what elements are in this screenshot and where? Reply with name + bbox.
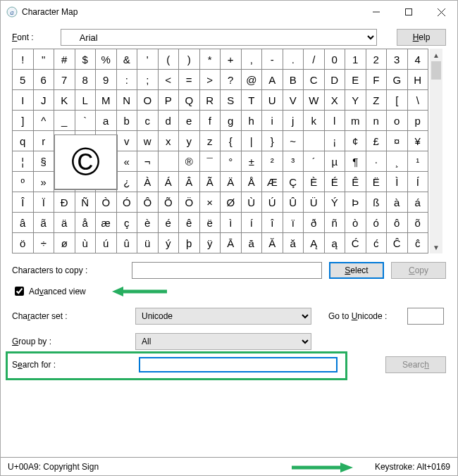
font-select[interactable]: Arial <box>61 29 377 46</box>
grid-cell[interactable]: O <box>137 90 159 111</box>
grid-cell[interactable]: X <box>325 90 346 111</box>
grid-cell[interactable]: ] <box>13 111 34 131</box>
groupby-select[interactable]: All <box>135 333 311 350</box>
grid-cell[interactable]: D <box>325 70 346 90</box>
grid-cell[interactable]: ì <box>221 213 242 233</box>
grid-cell[interactable]: Ĉ <box>387 233 408 253</box>
grid-cell[interactable]: > <box>200 70 221 90</box>
grid-cell[interactable]: b <box>117 111 138 131</box>
chars-to-copy-input[interactable] <box>132 262 322 279</box>
grid-cell[interactable]: ² <box>262 151 283 172</box>
grid-cell[interactable]: Ã <box>200 172 221 192</box>
grid-cell[interactable]: p <box>408 111 429 131</box>
grid-cell[interactable]: 0 <box>325 49 346 70</box>
grid-cell[interactable]: ø <box>54 233 75 253</box>
grid-cell[interactable]: [ <box>387 90 408 111</box>
grid-cell[interactable]: j <box>283 111 304 131</box>
grid-cell[interactable]: Æ <box>262 172 283 192</box>
grid-cell[interactable]: ¿ <box>117 172 138 192</box>
copy-button[interactable]: Copy <box>391 262 446 279</box>
grid-cell[interactable]: Ï <box>34 192 55 213</box>
grid-cell[interactable]: a <box>96 111 117 131</box>
grid-cell[interactable]: ´ <box>304 151 325 172</box>
grid-cell[interactable]: y <box>179 131 200 151</box>
grid-cell[interactable]: # <box>54 49 75 70</box>
grid-cell[interactable]: G <box>387 70 408 90</box>
grid-cell[interactable]: Í <box>408 172 429 192</box>
grid-cell[interactable]: × <box>200 192 221 213</box>
grid-cell[interactable]: À <box>137 172 159 192</box>
grid-cell[interactable]: ¤ <box>387 131 408 151</box>
grid-cell[interactable]: í <box>242 213 263 233</box>
minimize-button[interactable] <box>360 1 392 23</box>
grid-cell[interactable]: È <box>304 172 325 192</box>
maximize-button[interactable] <box>392 1 425 23</box>
grid-cell[interactable]: 8 <box>75 70 97 90</box>
grid-cell[interactable]: Ø <box>221 192 242 213</box>
grid-cell[interactable]: Ü <box>304 192 325 213</box>
grid-cell[interactable]: ý <box>159 233 180 253</box>
grid-cell[interactable]: i <box>262 111 283 131</box>
grid-cell[interactable]: Ā <box>221 233 242 253</box>
grid-cell[interactable]: I <box>13 90 34 111</box>
grid-cell[interactable]: ü <box>137 233 159 253</box>
grid-cell[interactable]: ï <box>283 213 304 233</box>
grid-cell[interactable]: Õ <box>159 192 180 213</box>
grid-cell[interactable]: J <box>34 90 55 111</box>
grid-cell[interactable]: ¥ <box>408 131 429 151</box>
grid-cell[interactable]: ® <box>179 151 200 172</box>
help-button[interactable]: Help <box>397 29 446 46</box>
grid-cell[interactable]: ¢ <box>345 131 366 151</box>
grid-cell[interactable]: é <box>159 213 180 233</box>
grid-cell[interactable]: Þ <box>345 192 366 213</box>
grid-cell[interactable]: â <box>13 213 34 233</box>
grid-cell[interactable]: ¹ <box>408 151 429 172</box>
grid-cell[interactable]: l <box>325 111 346 131</box>
search-input[interactable] <box>139 357 338 372</box>
grid-cell[interactable]: ą <box>325 233 346 253</box>
grid-cell[interactable]: N <box>117 90 138 111</box>
grid-cell[interactable]: å <box>75 213 97 233</box>
grid-cell[interactable]: Ú <box>262 192 283 213</box>
grid-cell[interactable]: H <box>408 70 429 90</box>
scroll-thumb[interactable] <box>431 61 441 80</box>
grid-cell[interactable] <box>304 131 325 151</box>
grid-cell[interactable]: f <box>200 111 221 131</box>
grid-cell[interactable]: _ <box>54 111 75 131</box>
grid-cell[interactable]: } <box>262 131 283 151</box>
grid-cell[interactable]: ` <box>75 111 97 131</box>
grid-cell[interactable]: É <box>325 172 346 192</box>
grid-cell[interactable]: þ <box>179 233 200 253</box>
grid-cell[interactable]: ç <box>117 213 138 233</box>
grid-cell[interactable]: Ă <box>262 233 283 253</box>
grid-cell[interactable]: Á <box>159 172 180 192</box>
grid-cell[interactable]: ó <box>366 213 388 233</box>
select-button[interactable]: Select <box>329 262 384 279</box>
grid-cell[interactable]: ă <box>283 233 304 253</box>
grid-cell[interactable]: % <box>96 49 117 70</box>
grid-cell[interactable]: ¦ <box>13 151 34 172</box>
grid-cell[interactable]: ö <box>13 233 34 253</box>
grid-cell[interactable]: « <box>117 151 138 172</box>
grid-cell[interactable]: · <box>366 151 388 172</box>
grid-cell[interactable]: Y <box>345 90 366 111</box>
grid-cell[interactable]: x <box>159 131 180 151</box>
grid-cell[interactable]: ¸ <box>387 151 408 172</box>
grid-cell[interactable]: û <box>117 233 138 253</box>
grid-cell[interactable]: c <box>137 111 159 131</box>
grid-cell[interactable]: Ą <box>304 233 325 253</box>
grid-cell[interactable]: $ <box>75 49 97 70</box>
grid-cell[interactable]: < <box>159 70 180 90</box>
grid-cell[interactable]: Ä <box>221 172 242 192</box>
grid-cell[interactable]: k <box>304 111 325 131</box>
grid-cell[interactable]: h <box>242 111 263 131</box>
grid-cell[interactable]: Û <box>283 192 304 213</box>
grid-cell[interactable]: 1 <box>345 49 366 70</box>
grid-cell[interactable]: g <box>221 111 242 131</box>
grid-cell[interactable]: | <box>242 131 263 151</box>
grid-cell[interactable]: Ò <box>96 192 117 213</box>
grid-cell[interactable]: ¶ <box>345 151 366 172</box>
grid-cell[interactable]: M <box>96 90 117 111</box>
grid-cell[interactable]: C <box>304 70 325 90</box>
grid-cell[interactable]: à <box>387 192 408 213</box>
